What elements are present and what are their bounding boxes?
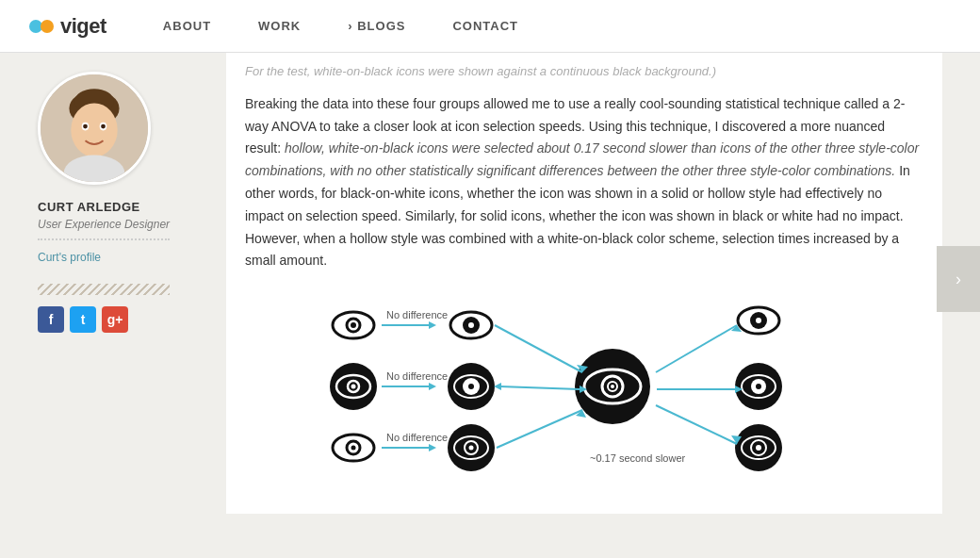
svg-point-62 (756, 384, 761, 389)
svg-line-57 (656, 325, 737, 372)
diagram: No difference N (245, 287, 923, 495)
svg-point-9 (101, 124, 106, 129)
svg-text:~0.17 second slower: ~0.17 second slower (590, 452, 686, 464)
facebook-icon[interactable]: f (38, 306, 64, 333)
article-paragraph: Breaking the data into these four groups… (245, 93, 923, 272)
main-content: CURT ARLEDGE User Experience Designer Cu… (19, 53, 961, 514)
svg-marker-51 (494, 383, 501, 390)
social-icons: f t g+ (38, 306, 207, 333)
svg-point-0 (29, 20, 42, 33)
main-nav: ABOUT WORK BLOGS CONTACT (163, 19, 518, 33)
header: viget ABOUT WORK BLOGS CONTACT (0, 0, 980, 53)
nav-work[interactable]: WORK (258, 19, 301, 33)
logo-icon (28, 13, 55, 40)
google-plus-icon[interactable]: g+ (102, 306, 128, 333)
author-profile-link[interactable]: Curt's profile (38, 251, 101, 264)
svg-text:No difference: No difference (386, 432, 448, 443)
svg-point-45 (611, 385, 614, 388)
sidebar: CURT ARLEDGE User Experience Designer Cu… (38, 53, 226, 514)
svg-point-23 (351, 385, 356, 389)
logo-text: viget (60, 14, 106, 39)
svg-line-52 (497, 410, 582, 448)
nav-blogs[interactable]: BLOGS (348, 19, 405, 33)
article-content: For the test, white-on-black icons were … (226, 53, 942, 514)
author-name: CURT ARLEDGE (38, 200, 207, 214)
svg-text:No difference: No difference (386, 370, 448, 382)
svg-line-49 (499, 386, 580, 389)
svg-point-19 (468, 322, 474, 328)
svg-point-68 (756, 445, 761, 451)
para1-end: In other words, for black-on-white icons… (245, 163, 910, 268)
para1-italic: hollow, white-on-black icons were select… (245, 140, 919, 178)
section-divider (38, 284, 170, 295)
svg-line-47 (495, 325, 582, 372)
divider (38, 238, 170, 240)
svg-point-33 (351, 446, 356, 451)
svg-point-40 (469, 446, 474, 451)
svg-line-69 (656, 405, 737, 444)
svg-marker-25 (429, 383, 436, 390)
svg-point-13 (351, 322, 356, 328)
svg-marker-35 (429, 444, 436, 451)
svg-point-30 (468, 384, 474, 389)
svg-point-56 (756, 318, 761, 323)
svg-marker-15 (429, 321, 436, 329)
author-avatar (38, 72, 151, 185)
svg-text:No difference: No difference (386, 309, 448, 320)
svg-point-1 (41, 20, 54, 33)
author-title: User Experience Designer (38, 218, 207, 231)
twitter-icon[interactable]: t (70, 306, 96, 333)
next-button[interactable]: › (937, 246, 980, 312)
nav-about[interactable]: ABOUT (163, 19, 211, 33)
svg-point-5 (71, 103, 117, 156)
svg-point-7 (83, 124, 88, 129)
nav-contact[interactable]: CONTACT (452, 19, 518, 33)
logo[interactable]: viget (28, 13, 106, 40)
faded-intro: For the test, white-on-black icons were … (245, 62, 923, 82)
